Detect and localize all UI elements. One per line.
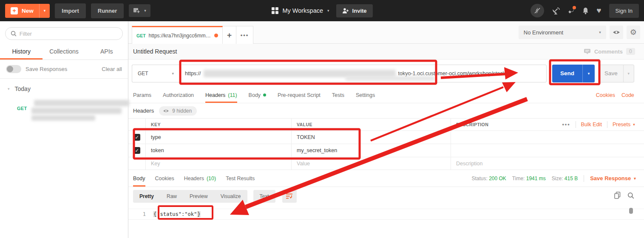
notifications-button[interactable]: [582, 7, 589, 14]
save-dropdown-caret[interactable]: ▾: [623, 65, 634, 82]
response-headers-count: (10): [207, 176, 216, 181]
row-checkbox-checked[interactable]: ✓: [133, 147, 140, 154]
request-tab[interactable]: GET https://kra7hn3jngcc6mmh7wq...: [132, 26, 223, 44]
copy-response-button[interactable]: [614, 192, 621, 201]
method-selector[interactable]: GET ▾: [132, 65, 179, 82]
view-pretty[interactable]: Pretty: [133, 190, 160, 203]
view-preview[interactable]: Preview: [183, 190, 214, 203]
workspace-selector[interactable]: My Workspace ▾: [271, 7, 329, 14]
invite-button[interactable]: Invite: [336, 4, 373, 17]
wrap-lines-button[interactable]: [282, 190, 297, 203]
sign-in-button[interactable]: Sign In: [609, 4, 639, 18]
tab-test-results[interactable]: Test Results: [226, 170, 255, 187]
filter-search[interactable]: [5, 27, 123, 40]
runner-button[interactable]: Runner: [91, 3, 124, 18]
status-value: 200 OK: [489, 176, 506, 181]
favorites-button[interactable]: ♥: [596, 6, 601, 15]
view-visualize[interactable]: Visualize: [214, 190, 247, 203]
header-value-cell[interactable]: TOKEN: [291, 131, 451, 144]
new-button[interactable]: + New ▾: [5, 4, 50, 18]
tab-apis[interactable]: APIs: [85, 43, 128, 60]
description-placeholder[interactable]: Description: [451, 157, 534, 170]
presets-dropdown[interactable]: Presets▾: [613, 122, 635, 128]
new-button-label: New: [22, 8, 34, 14]
hidden-headers-label: 9 hidden: [172, 108, 192, 114]
filter-input[interactable]: [20, 31, 117, 37]
add-tab-button[interactable]: +: [223, 26, 236, 44]
sidebar: History Collections APIs Save Responses …: [0, 21, 128, 238]
send-button[interactable]: Send ▾: [552, 65, 595, 82]
hidden-headers-toggle[interactable]: 9 hidden: [159, 106, 197, 116]
tab-collections[interactable]: Collections: [43, 43, 85, 60]
header-value-cell[interactable]: my_secret_token: [291, 144, 451, 157]
settings-button[interactable]: ⚙: [627, 26, 640, 39]
save-button[interactable]: Save ▾: [599, 65, 634, 82]
main-content: GET https://kra7hn3jngcc6mmh7wq... + •••…: [128, 21, 644, 238]
tab-body[interactable]: Body: [249, 87, 267, 103]
gear-icon: ⚙: [630, 28, 637, 37]
chevron-down-icon: ▾: [588, 71, 590, 76]
scrollbar-thumb[interactable]: [629, 208, 633, 214]
code-line-1: 1 {"status":"ok"}: [128, 209, 644, 220]
header-description-cell[interactable]: [451, 144, 534, 157]
redacted-url-segment: [346, 76, 435, 81]
tab-headers[interactable]: Headers(11): [205, 87, 237, 103]
size-value: 415 B: [565, 176, 578, 181]
response-view-switch: Pretty Raw Preview Visualize: [133, 190, 247, 203]
history-group-today[interactable]: ▾ Today: [0, 79, 128, 96]
request-name[interactable]: Untitled Request: [133, 48, 177, 55]
api-network-button[interactable]: [552, 7, 560, 14]
view-raw[interactable]: Raw: [160, 190, 183, 203]
tab-response-cookies[interactable]: Cookies: [155, 170, 174, 187]
request-tab-title: https://kra7hn3jngcc6mmh7wq...: [149, 33, 211, 39]
bulk-edit-link[interactable]: Bulk Edit: [581, 122, 602, 128]
environment-quicklook-button[interactable]: [610, 26, 623, 39]
send-dropdown-caret[interactable]: ▾: [582, 65, 595, 82]
tab-options-button[interactable]: •••: [236, 26, 253, 44]
cookies-link[interactable]: Cookies: [596, 92, 615, 98]
tab-tests[interactable]: Tests: [332, 87, 344, 103]
tab-response-body[interactable]: Body: [133, 170, 145, 187]
response-tabs: Body Cookies Headers(10) Test Results St…: [128, 170, 644, 187]
new-window-button[interactable]: ▾: [129, 4, 150, 17]
header-key-cell[interactable]: token: [145, 144, 291, 157]
header-key-cell[interactable]: type: [145, 131, 291, 144]
import-button[interactable]: Import: [55, 3, 85, 18]
comments-button[interactable]: Comments 0: [584, 48, 635, 55]
clear-all-link[interactable]: Clear all: [102, 66, 122, 72]
code-link[interactable]: Code: [621, 92, 634, 98]
tab-history[interactable]: History: [0, 43, 43, 60]
bell-icon: [582, 7, 589, 14]
save-responses-toggle[interactable]: [6, 65, 21, 73]
row-checkbox-checked[interactable]: ✓: [133, 134, 140, 141]
environment-selector[interactable]: No Environment ▾: [519, 26, 606, 39]
divider: [607, 121, 607, 128]
table-row[interactable]: ✓ token my_secret_token: [128, 144, 644, 157]
new-window-icon: [133, 8, 141, 14]
table-row[interactable]: ✓ type TOKEN: [128, 131, 644, 144]
tab-params[interactable]: Params: [133, 87, 151, 103]
table-row-placeholder[interactable]: Key Value Description: [128, 157, 644, 170]
key-placeholder[interactable]: Key: [145, 157, 291, 170]
table-options-button[interactable]: •••: [562, 122, 570, 128]
tab-authorization[interactable]: Authorization: [163, 87, 194, 103]
response-body-viewer[interactable]: 1 {"status":"ok"}: [128, 205, 644, 238]
sync-off-button[interactable]: [531, 4, 544, 17]
tab-settings[interactable]: Settings: [356, 87, 375, 103]
value-placeholder[interactable]: Value: [291, 157, 451, 170]
header-description-cell[interactable]: [451, 131, 534, 144]
history-item[interactable]: GET: [0, 96, 128, 125]
tab-pre-request-script[interactable]: Pre-request Script: [278, 87, 321, 103]
tools-button[interactable]: [567, 7, 575, 14]
save-response-button[interactable]: Save Response▾: [590, 175, 636, 181]
chevron-down-icon: ▾: [633, 122, 635, 127]
url-input[interactable]: https:// tokyo-1.oci.customer-oci.com/wo…: [179, 65, 547, 82]
search-response-button[interactable]: [627, 192, 634, 201]
new-dropdown-caret[interactable]: ▾: [39, 4, 50, 18]
format-label: Text: [260, 193, 269, 199]
body-set-dot-icon: [263, 94, 266, 96]
format-selector[interactable]: Text: [253, 190, 275, 203]
tab-response-headers[interactable]: Headers(10): [184, 170, 216, 187]
save-label: Save: [599, 65, 623, 82]
unsaved-dot-icon: [214, 34, 218, 37]
